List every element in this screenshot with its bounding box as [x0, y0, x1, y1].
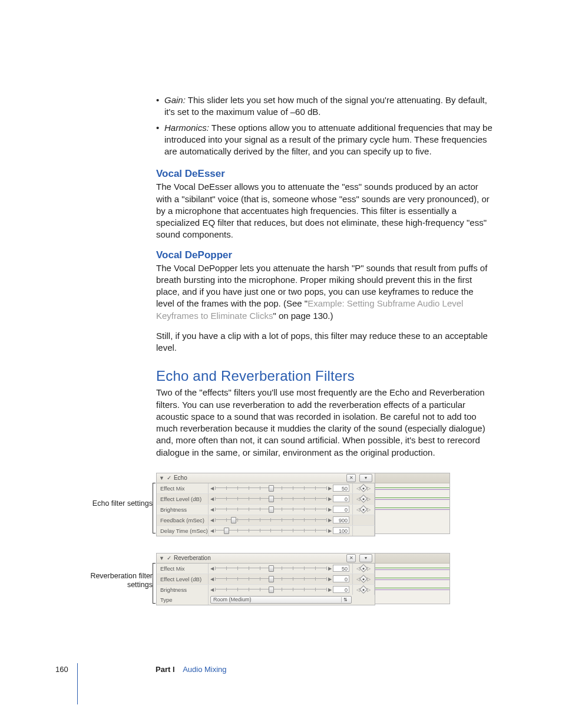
parameter-slider[interactable]: ◀ ▶ 0: [209, 494, 353, 504]
parameter-slider[interactable]: ◀ ▶ 0: [209, 585, 353, 595]
panel-header: ▼ ✓ Echo ✕ ▾: [157, 473, 375, 483]
bracket: [153, 483, 156, 533]
reverb-panel-group: Reverberation filter settings ▼ ✓ Reverb…: [156, 553, 494, 605]
slider-left-arrow-icon[interactable]: ◀: [210, 528, 214, 533]
parameter-label: Type: [157, 595, 209, 605]
keyframe-controls[interactable]: ◁▷: [353, 585, 375, 595]
depopper-body: The Vocal DePopper lets you attenuate th…: [156, 262, 494, 322]
add-keyframe-icon: [359, 484, 368, 492]
dropdown-arrows-icon: ⇅: [341, 597, 349, 602]
type-dropdown[interactable]: Room (Medium) ⇅: [210, 596, 352, 604]
keyframe-controls[interactable]: ◁▷: [353, 574, 375, 584]
slider-right-arrow-icon[interactable]: ▶: [328, 566, 332, 571]
parameter-value-field[interactable]: 0: [333, 586, 349, 593]
reset-button[interactable]: ✕: [346, 474, 356, 482]
slider-right-arrow-icon[interactable]: ▶: [328, 507, 332, 512]
part-title: Audio Mixing: [183, 665, 226, 674]
reset-button[interactable]: ✕: [346, 554, 356, 562]
parameter-row: Feedback (mSec) ◀ ▶ 900: [157, 515, 375, 526]
preset-menu-button[interactable]: ▾: [359, 554, 372, 562]
parameter-slider[interactable]: ◀ ▶ 100: [209, 526, 353, 536]
parameter-row: Effect Level (dB) ◀ ▶ 0 ◁▷: [157, 494, 375, 505]
slider-left-arrow-icon[interactable]: ◀: [210, 518, 214, 523]
add-keyframe-icon: [359, 575, 368, 583]
checkmark-icon[interactable]: ✓: [167, 475, 171, 481]
keyframe-controls: [353, 515, 375, 525]
bullet-term: Harmonics:: [164, 123, 209, 133]
parameter-value-field[interactable]: 100: [333, 527, 349, 534]
add-keyframe-icon: [359, 585, 368, 594]
disclosure-triangle-icon[interactable]: ▼: [159, 475, 164, 481]
next-keyframe-icon: ▷: [367, 507, 371, 512]
parameter-label: Delay Time (mSec): [157, 526, 209, 536]
slider-left-arrow-icon[interactable]: ◀: [210, 587, 214, 592]
bullet-list: • Gain: This slider lets you set how muc…: [156, 94, 494, 157]
slider-right-arrow-icon[interactable]: ▶: [328, 528, 332, 533]
keyframe-controls[interactable]: ◁▷: [353, 505, 375, 515]
panel-title: Reverberation: [174, 555, 211, 561]
add-keyframe-icon: [359, 564, 368, 572]
bullet-dot: •: [156, 94, 164, 106]
next-keyframe-icon: ▷: [367, 587, 371, 592]
depopper-body2: Still, if you have a clip with a lot of …: [156, 330, 494, 354]
subheading-depopper: Vocal DePopper: [156, 249, 494, 261]
echo-caption: Echo filter settings: [64, 499, 156, 508]
parameter-value-field[interactable]: 0: [333, 495, 349, 502]
next-keyframe-icon: ▷: [367, 486, 371, 491]
keyframe-controls[interactable]: ◁▷: [353, 494, 375, 504]
echo-timeline: [375, 473, 450, 534]
reverb-timeline: [375, 553, 450, 604]
parameter-slider[interactable]: ◀ ▶ 50: [209, 564, 353, 574]
slider-right-arrow-icon[interactable]: ▶: [328, 587, 332, 592]
parameter-label: Brightness: [157, 585, 209, 595]
echo-filter-panel: ▼ ✓ Echo ✕ ▾ Effect Mix ◀ ▶ 50 ◁▷ Effect…: [156, 473, 375, 536]
page-footer: 160 Part I Audio Mixing: [55, 665, 494, 674]
parameter-row: Brightness ◀ ▶ 0 ◁▷: [157, 505, 375, 515]
parameter-slider[interactable]: ◀ ▶ 50: [209, 483, 353, 493]
subheading-deesser: Vocal DeEsser: [156, 168, 494, 180]
bullet-term: Gain:: [164, 95, 186, 105]
bullet-item: • Harmonics: These options allow you to …: [156, 122, 494, 158]
slider-right-arrow-icon[interactable]: ▶: [328, 518, 332, 523]
panel-title: Echo: [174, 475, 187, 481]
parameter-value-field[interactable]: 900: [333, 516, 349, 523]
slider-left-arrow-icon[interactable]: ◀: [210, 566, 214, 571]
slider-right-arrow-icon[interactable]: ▶: [328, 577, 332, 582]
slider-left-arrow-icon[interactable]: ◀: [210, 496, 214, 502]
parameter-slider[interactable]: ◀ ▶ 900: [209, 515, 353, 525]
parameter-label: Brightness: [157, 505, 209, 515]
parameter-row: Brightness ◀ ▶ 0 ◁▷: [157, 585, 375, 595]
page: • Gain: This slider lets you set how muc…: [0, 0, 562, 728]
checkmark-icon[interactable]: ✓: [167, 555, 171, 561]
parameter-slider[interactable]: ◀ ▶ 0: [209, 574, 353, 584]
slider-right-arrow-icon[interactable]: ▶: [328, 486, 332, 491]
parameter-row-type: Type Room (Medium) ⇅: [157, 595, 375, 605]
parameter-value-field[interactable]: 50: [333, 565, 349, 572]
parameter-label: Effect Level (dB): [157, 574, 209, 584]
bullet-dot: •: [156, 122, 164, 134]
add-keyframe-icon: [359, 495, 368, 503]
next-keyframe-icon: ▷: [367, 566, 371, 571]
slider-right-arrow-icon[interactable]: ▶: [328, 496, 332, 502]
keyframe-controls[interactable]: ◁▷: [353, 483, 375, 493]
preset-menu-button[interactable]: ▾: [359, 474, 372, 482]
parameter-label: Effect Level (dB): [157, 494, 209, 504]
keyframe-controls[interactable]: ◁▷: [353, 564, 375, 574]
slider-left-arrow-icon[interactable]: ◀: [210, 486, 214, 491]
part-label: Part I: [156, 665, 175, 674]
next-keyframe-icon: ▷: [367, 496, 371, 502]
reverb-caption: Reverberation filter settings: [64, 572, 156, 589]
slider-left-arrow-icon[interactable]: ◀: [210, 507, 214, 512]
parameter-value-field[interactable]: 0: [333, 575, 349, 582]
side-rule: [77, 663, 78, 704]
parameter-row: Effect Level (dB) ◀ ▶ 0 ◁▷: [157, 574, 375, 585]
parameter-value-field[interactable]: 0: [333, 506, 349, 513]
parameter-value-field[interactable]: 50: [333, 485, 349, 492]
parameter-label: Effect Mix: [157, 564, 209, 574]
slider-left-arrow-icon[interactable]: ◀: [210, 577, 214, 582]
parameter-row: Delay Time (mSec) ◀ ▶ 100: [157, 526, 375, 536]
parameter-row: Effect Mix ◀ ▶ 50 ◁▷: [157, 483, 375, 494]
deesser-body: The Vocal DeEsser allows you to attenuat…: [156, 181, 494, 241]
parameter-slider[interactable]: ◀ ▶ 0: [209, 505, 353, 515]
disclosure-triangle-icon[interactable]: ▼: [159, 555, 164, 561]
